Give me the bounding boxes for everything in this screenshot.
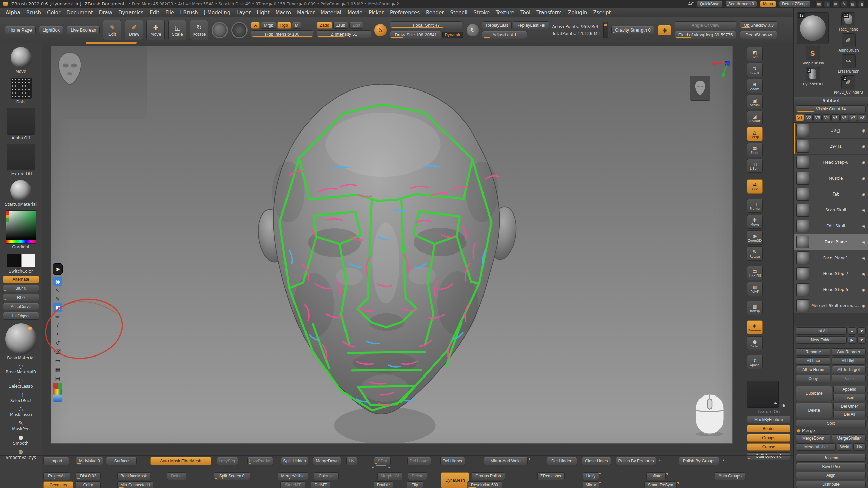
replay-last-rel-button[interactable]: ReplayLastRel [513,21,549,29]
dock-button[interactable]: Unify [583,472,599,480]
dock-button[interactable]: Split Screen 0 [214,472,250,480]
focal-shift-slider[interactable]: Focal Shift 47 [390,21,462,29]
dock-button[interactable]: Close Holes [582,457,611,465]
version-tab[interactable]: V6 [840,114,848,121]
dock-button[interactable]: Import [43,457,69,465]
menu-item[interactable]: Picker [366,9,387,16]
del-all-button[interactable]: Del All [833,411,866,418]
visibility-eye-icon[interactable]: ◉ [862,224,865,228]
menu-item[interactable]: Preferences [387,9,423,16]
split-button[interactable]: Split [796,420,866,427]
right-shelf-button[interactable]: ⊕ Zoom [747,79,763,93]
right-shelf-button[interactable]: ◩ BPR [747,47,763,61]
right-shelf-button[interactable]: ◈ Dynamic [747,320,763,334]
subtool-up-button[interactable]: ▲ [848,327,856,335]
autoreorder-button[interactable]: AutoReorder [832,348,866,356]
visibility-eye-icon[interactable]: ◉ [862,288,865,292]
screen-icon[interactable]: ▭ [53,356,62,365]
subtool-item[interactable]: Face_Plane ◉ [794,234,868,250]
subtool-item[interactable]: 30강 ◉ [794,123,868,139]
insert-button[interactable]: Insert [833,394,866,401]
dock-button[interactable]: ProjectAll [43,472,70,480]
switch-color-widget[interactable] [6,253,36,268]
menu-item[interactable]: Dynamics [115,9,146,16]
image-icon[interactable]: ▦ [53,365,62,374]
menu-item[interactable]: Light [254,9,272,16]
viewport-canvas[interactable]: ◉ ◉↖✎◧✏∕•↺⌫▭▦▤ [51,46,732,443]
dock-button[interactable]: SDiv [374,457,391,465]
color-picker[interactable] [6,210,36,244]
blue-swatch[interactable] [53,395,62,402]
dock-button[interactable]: StoreMT [280,481,305,488]
tool-slot[interactable]: ✐ AlphaBrush [838,33,859,52]
subtool-item[interactable]: Fat ◉ [794,186,868,202]
erase-icon[interactable]: ⌫ [53,347,62,356]
menu-item[interactable]: Transform [533,9,565,16]
bevel-pro-button[interactable]: Bevel Pro [796,463,866,470]
menu-item[interactable]: Stroke [470,9,493,16]
basic-material-thumbnail[interactable] [5,323,37,354]
right-shelf-button[interactable]: ▩ PolyF [747,282,763,296]
right-panel-icon[interactable]: ◨ [858,1,865,7]
angle-of-view-button[interactable]: Angle Of View [675,21,736,29]
delete-button[interactable]: Delete [796,403,832,418]
clipboard-icon[interactable]: ▤ [53,374,62,383]
knife-icon[interactable]: ∕ [53,321,62,330]
new-folder-button[interactable]: New Folder [796,336,847,344]
dock-button[interactable]: Del Higher [440,457,465,465]
dock-button[interactable]: Surface [106,457,137,465]
distribute-button[interactable]: Distribute [796,481,866,488]
dock-button[interactable]: Delete [167,472,186,480]
draw-size-slider[interactable]: Draw Size 108.20541 [390,31,441,39]
subtool-down-button[interactable]: ▼ [857,327,866,335]
gravity-strength-slider[interactable]: Gravity Strength 0 [611,26,654,34]
eraserbrush-icon[interactable]: ✏ [842,54,856,68]
menu-item[interactable]: J-Modeling [201,9,234,16]
merge-down-button[interactable]: MergeDown [796,434,830,442]
visibility-eye-icon[interactable]: ◉ [862,240,865,244]
dock-button[interactable]: Polish By Features [616,457,656,465]
alphabrush-icon[interactable]: ✐ [842,33,856,47]
undo-icon[interactable]: ↺ [53,339,62,347]
current-brush-thumbnail[interactable] [11,47,32,68]
right-shelf-button[interactable]: ▣ Actual [747,95,763,109]
dock-button[interactable]: Del Hidden [547,457,577,465]
alpha-thumbnail[interactable] [7,108,35,135]
merge-similar-button[interactable]: MergeSimilar [832,434,866,442]
right-shelf-button[interactable]: ⇅ Scroll [747,63,763,77]
default-zscript-button[interactable]: DefaultZScript [779,1,811,7]
all-to-target-button[interactable]: All To Target [832,366,866,373]
del-other-button[interactable]: Del Other [833,403,866,410]
weld-button[interactable]: Weld [837,443,852,451]
subtool-scroll-marker[interactable] [794,123,795,154]
points-vertical-slider[interactable] [603,22,608,38]
visibility-eye-icon[interactable]: ◉ [862,128,865,133]
zsub-toggle[interactable]: Zsub [333,22,349,29]
grip-handle[interactable] [376,465,386,469]
quicksave-button[interactable]: QuickSave [697,1,723,7]
material-thumbnail[interactable] [10,180,31,201]
edit-doc-icon[interactable]: ✎ [841,1,848,7]
tool-slot[interactable]: 2✐ PM3D_Cylinder3 [834,75,863,94]
dock-button[interactable]: Inflate [646,472,666,480]
grip-left-arrow[interactable]: ◂ [372,465,374,469]
mask-lasso-icon[interactable]: ◌ [19,406,23,412]
m-toggle[interactable]: M [292,22,301,29]
duplicate-button[interactable]: Duplicate [796,386,832,401]
mrgb-toggle[interactable]: Mrgb [261,22,276,29]
visibility-eye-icon[interactable]: ◉ [862,208,865,212]
zcut-toggle[interactable]: Zcut [349,22,363,29]
see-through-slider[interactable]: See-through 0 [725,1,757,7]
menu-item[interactable]: Texture [493,9,517,16]
zadd-toggle[interactable]: Zadd [317,22,332,29]
dock-button[interactable]: MidValue 0 [76,457,103,465]
all-to-home-button[interactable]: All To Home [796,366,830,373]
mask-by-feature-button[interactable]: MaskByFeature [747,416,790,423]
menu-item[interactable]: Render [423,9,447,16]
obj-shadow-slider[interactable]: ObjShadow 0.3 [740,21,777,29]
copy-button[interactable]: Copy [796,375,830,382]
subtool-item[interactable]: Head Step-6 ◉ [794,155,868,170]
dock-button[interactable]: ZRemesher [537,472,565,480]
right-shelf-button[interactable]: ● Solo [747,336,763,350]
dock-button[interactable]: Mirror [583,481,599,488]
